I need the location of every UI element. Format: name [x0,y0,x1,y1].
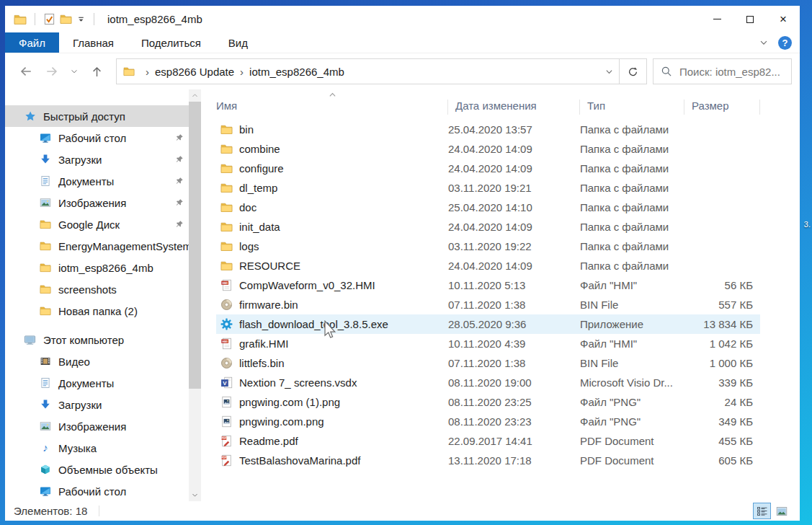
file-type: Файл "PNG" [580,396,684,408]
sidebar-item[interactable]: Загрузки [5,149,189,170]
status-separator [99,506,99,516]
file-row[interactable]: firmware.bin07.11.2020 1:38BIN File557 К… [216,295,760,314]
minimize-button[interactable] [700,6,733,32]
breadcrumb-chevron-icon[interactable]: › [240,66,244,78]
scrollbar-thumb[interactable] [189,102,201,389]
file-row[interactable]: littlefs.bin07.11.2020 1:38BIN File1 000… [216,353,760,373]
sidebar-item[interactable]: screenshots [5,278,189,300]
file-row[interactable]: configure24.04.2020 14:09Папка с файлами [216,159,760,178]
ribbon-tabs: ФайлГлавнаяПоделитьсяВид ? [5,32,800,53]
help-button[interactable]: ? [778,36,792,50]
scrollbar-down-icon[interactable] [189,489,201,501]
breadcrumb-item[interactable]: esp8266 Update [155,66,234,78]
sidebar-section-this-pc[interactable]: Этот компьютер [5,329,189,350]
file-row[interactable]: PDFTestBalashovaMarina.pdf13.11.2020 17:… [216,451,760,470]
tab-home[interactable]: Главная [59,32,128,53]
column-header-type[interactable]: Тип [580,100,684,115]
up-button[interactable] [86,61,107,82]
file-name: firmware.bin [239,299,298,311]
column-header-date[interactable]: Дата изменения [448,100,580,115]
file-date: 24.04.2020 14:09 [448,260,580,272]
sidebar-item[interactable]: Google Диск [5,213,189,235]
file-row[interactable]: pngwing.com.png08.11.2020 23:23Файл "PNG… [216,412,760,431]
refresh-icon[interactable] [620,59,646,84]
sidebar-item[interactable]: iotm_esp8266_4mb [5,257,189,278]
file-row[interactable]: init_data24.04.2020 14:09Папка с файлами [216,217,760,237]
folder-file-icon [220,201,233,213]
gear-file-icon [220,318,233,330]
file-row[interactable]: HMIgrafik.HMI10.11.2020 4:39Файл "HMI"1 … [216,334,760,353]
qat-customize-button[interactable] [74,14,88,24]
file-size: 1 000 КБ [684,357,760,369]
sidebar-item[interactable]: Новая папка (2) [5,300,189,322]
folder-file-icon [220,240,233,252]
sidebar-item[interactable]: Загрузки [5,394,189,415]
close-button[interactable]: × [767,6,800,32]
column-header-name[interactable]: Имя [209,100,448,115]
ribbon-right-controls: ? [759,32,800,53]
file-row[interactable]: bin25.04.2020 13:57Папка с файлами [216,120,760,139]
forward-arrow-icon [45,65,58,78]
sidebar-item[interactable]: Изображения [5,192,189,213]
recent-locations-icon[interactable] [67,61,81,82]
back-button[interactable] [15,61,37,82]
file-row[interactable]: doc25.04.2020 14:10Папка с файлами [216,198,760,217]
scrollbar-up-chevron-icon [191,92,199,100]
file-row[interactable]: combine24.04.2020 14:09Папка с файлами [216,139,760,159]
folder-icon [40,262,51,273]
pdf-file-icon: PDF [220,435,233,447]
sidebar-item[interactable]: Изображения [5,415,189,437]
file-row[interactable]: flash_download_tool_3.8.5.exe28.05.2020 … [216,314,760,334]
details-view-button[interactable] [753,503,771,519]
maximize-button[interactable] [733,6,767,32]
address-dropdown-icon[interactable] [599,59,619,84]
sidebar-item[interactable]: Документы [5,372,189,394]
sidebar-item[interactable]: Документы [5,170,189,192]
address-bar[interactable]: ›esp8266 Update›iotm_esp8266_4mb [116,58,647,84]
explorer-window: iotm_esp8266_4mb × ФайлГлавнаяПоделиться… [5,6,800,521]
file-type: PDF Document [580,435,684,447]
tab-file[interactable]: Файл [5,32,59,53]
file-row[interactable]: PDFReadme.pdf22.09.2017 14:41PDF Documen… [216,431,760,451]
document-icon [40,175,51,187]
sidebar-item-label: Изображения [58,197,126,209]
forward-button[interactable] [41,61,63,82]
file-row[interactable]: RESOURCE24.04.2020 14:09Папка с файлами [216,256,760,275]
search-input[interactable]: Поиск: iotm_esp82... [653,58,792,84]
sidebar-scrollbar[interactable] [189,89,201,501]
qat-properties-button[interactable] [41,13,58,25]
file-row[interactable]: logs03.11.2020 19:22Папка с файлами [216,237,760,256]
breadcrumb-chevron-icon[interactable]: › [146,66,149,78]
file-name-cell: pngwing.com (1).png [216,396,448,408]
folder-file-icon [220,260,233,272]
sidebar-section-quick-access[interactable]: Быстрый доступ [5,105,189,127]
breadcrumb-item[interactable]: iotm_esp8266_4mb [249,66,344,78]
file-row[interactable]: VNextion 7_ screens.vsdx08.11.2020 19:00… [216,373,760,392]
sidebar-item[interactable]: Видео [5,350,189,372]
png-file-icon [220,396,233,408]
column-header-size[interactable]: Размер [684,100,760,115]
tab-view[interactable]: Вид [215,32,262,53]
folder-file-icon [220,143,233,155]
file-date: 08.11.2020 23:25 [448,396,580,408]
sidebar-item[interactable]: Рабочий стол [5,480,189,501]
sidebar-item[interactable]: Рабочий стол [5,127,189,149]
sidebar-item[interactable]: ♪Музыка [5,437,189,459]
minimize-icon [713,19,721,19]
large-icons-view-button[interactable] [772,503,790,519]
refresh-arrow-icon [628,66,638,77]
file-row[interactable]: HMICompWaveform_v0_32.HMI10.11.2020 5:13… [216,275,760,295]
file-row[interactable]: pngwing.com (1).png08.11.2020 23:25Файл … [216,392,760,412]
ribbon-collapse-icon[interactable] [759,38,769,48]
scrollbar-up-icon[interactable] [189,89,201,102]
sidebar-item[interactable]: Объемные объекты [5,459,189,480]
qat-new-folder-button[interactable] [58,13,74,25]
file-row[interactable]: dl_temp03.11.2020 19:21Папка с файлами [216,178,760,198]
file-name-cell: RESOURCE [216,260,448,272]
sidebar-item[interactable]: EnergyManagementSystemN [5,235,189,257]
tab-share[interactable]: Поделиться [128,32,215,53]
pin-icon [175,133,184,142]
file-type: Папка с файлами [580,123,684,136]
sort-ascending-icon [328,90,337,100]
search-icon [661,66,672,77]
